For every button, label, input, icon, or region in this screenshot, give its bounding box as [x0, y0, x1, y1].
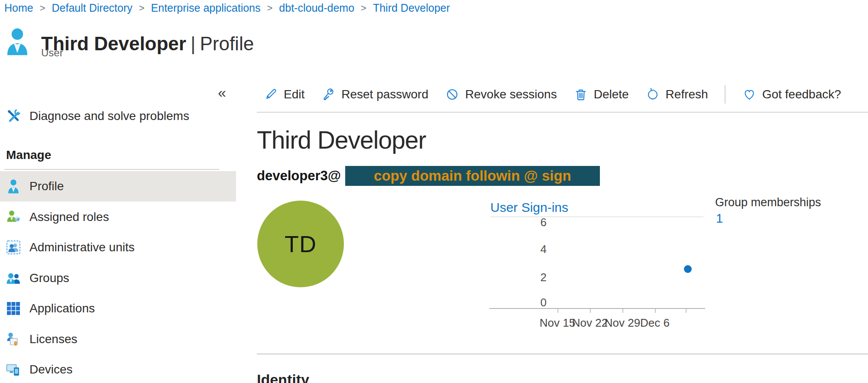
breadcrumb-home[interactable]: Home	[4, 2, 33, 14]
refresh-icon	[645, 87, 660, 102]
reset-password-button[interactable]: Reset password	[321, 87, 428, 102]
key-icon	[321, 87, 336, 102]
heart-icon	[742, 87, 757, 102]
breadcrumb: Home > Default Directory > Enterprise ap…	[4, 2, 450, 14]
sidebar-item-label: Profile	[29, 179, 64, 193]
breadcrumb-default-directory[interactable]: Default Directory	[52, 2, 133, 14]
sidebar-divider	[4, 169, 219, 170]
chart-data-point	[684, 265, 692, 273]
page-subtitle: User	[41, 47, 63, 59]
x-axis-tick	[686, 309, 687, 313]
x-axis-tick	[590, 309, 591, 313]
sidebar-item-devices[interactable]: Devices	[0, 354, 236, 383]
x-axis-tick	[557, 309, 558, 313]
pencil-icon	[263, 87, 278, 102]
user-display-name: Third Developer	[257, 126, 426, 154]
breadcrumb-dbt-cloud-demo[interactable]: dbt-cloud-demo	[279, 2, 354, 14]
user-signins-link[interactable]: User Sign-ins	[490, 200, 568, 215]
section-divider	[257, 354, 868, 354]
user-signins-chart: User Sign-ins 6 4 2 0 Nov 15 Nov 22 Nov …	[489, 199, 706, 334]
licenses-icon	[6, 332, 21, 347]
breadcrumb-separator: >	[267, 3, 273, 14]
y-tick-label: 6	[529, 217, 547, 228]
y-tick-label: 4	[529, 243, 547, 255]
sidebar-item-label: Groups	[29, 271, 69, 285]
sidebar-section-manage: Manage	[6, 148, 51, 162]
got-feedback-button[interactable]: Got feedback?	[742, 87, 841, 102]
block-icon	[445, 87, 460, 102]
toolbar-divider	[725, 85, 725, 104]
edit-label: Edit	[284, 88, 304, 101]
breadcrumb-third-developer[interactable]: Third Developer	[373, 2, 450, 14]
refresh-label: Refresh	[666, 88, 708, 101]
sidebar-item-label: Diagnose and solve problems	[29, 109, 189, 123]
refresh-button[interactable]: Refresh	[645, 87, 708, 102]
y-tick-label: 2	[529, 272, 547, 283]
sidebar-item-label: Administrative units	[29, 240, 135, 254]
delete-button[interactable]: Delete	[573, 87, 629, 102]
chart-title-underline	[490, 217, 703, 217]
delete-label: Delete	[594, 88, 629, 101]
sidebar-item-label: Devices	[29, 363, 73, 377]
chart-x-axis	[489, 308, 705, 309]
sidebar-item-groups[interactable]: Groups	[0, 263, 236, 293]
breadcrumb-separator: >	[361, 3, 366, 14]
content-top-divider	[257, 112, 868, 113]
breadcrumb-enterprise-applications[interactable]: Enterprise applications	[151, 2, 261, 14]
got-feedback-label: Got feedback?	[762, 88, 841, 101]
azure-user-profile-page: Home > Default Directory > Enterprise ap…	[0, 0, 868, 383]
sidebar-item-assigned-roles[interactable]: Assigned roles	[0, 202, 236, 232]
sidebar-item-licenses[interactable]: Licenses	[0, 324, 236, 354]
redacted-domain-overlay: copy domain followin @ sign	[345, 166, 600, 186]
sidebar-item-profile[interactable]: Profile	[0, 171, 236, 201]
breadcrumb-separator: >	[40, 3, 45, 14]
sidebar-item-applications[interactable]: Applications	[0, 293, 236, 324]
edit-button[interactable]: Edit	[263, 87, 304, 102]
x-axis-tick	[622, 309, 623, 313]
x-axis-tick	[655, 309, 656, 313]
page-title-section: Profile	[200, 33, 254, 54]
user-principal-name: developer3@ copy domain followin @ sign	[257, 166, 600, 186]
reset-password-label: Reset password	[341, 88, 428, 101]
sidebar-item-label: Applications	[29, 302, 95, 315]
revoke-sessions-label: Revoke sessions	[465, 88, 557, 101]
assigned-roles-icon	[6, 210, 21, 224]
sidebar-item-label: Assigned roles	[29, 210, 109, 224]
sidebar-item-administrative-units[interactable]: Administrative units	[0, 232, 236, 263]
identity-section-heading: Identity	[257, 371, 309, 383]
trash-icon	[573, 87, 588, 102]
sidebar-item-diagnose-and-solve-problems[interactable]: Diagnose and solve problems	[0, 101, 236, 131]
diagnose-tools-icon	[6, 109, 21, 123]
group-memberships-count-link[interactable]: 1	[716, 211, 723, 226]
y-tick-label: 0	[529, 297, 547, 308]
sidebar-item-label: Licenses	[29, 332, 78, 346]
group-memberships-label: Group memberships	[715, 196, 821, 209]
applications-grid-icon	[6, 301, 21, 316]
upn-prefix: developer3@	[257, 168, 341, 184]
revoke-sessions-button[interactable]: Revoke sessions	[445, 87, 557, 102]
avatar: TD	[257, 201, 344, 287]
devices-icon	[6, 362, 21, 377]
sidebar-collapse-button[interactable]: «	[218, 84, 226, 101]
command-bar: Edit Reset password Revoke sessions	[263, 83, 841, 106]
administrative-units-icon	[6, 240, 21, 255]
page-title-separator: |	[191, 33, 195, 54]
x-tick-label: Dec 6	[635, 316, 674, 330]
user-icon	[5, 24, 29, 59]
breadcrumb-separator: >	[139, 3, 145, 14]
groups-icon	[6, 271, 21, 286]
page-title: Third Developer|Profile	[41, 32, 254, 55]
person-icon	[6, 179, 21, 194]
